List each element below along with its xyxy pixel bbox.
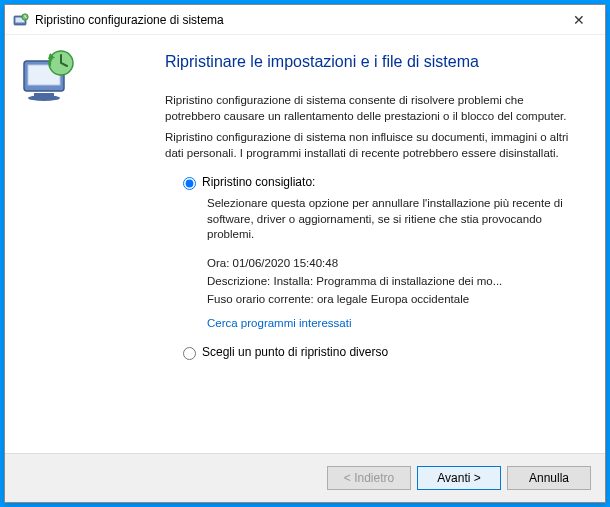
back-button: < Indietro — [327, 466, 411, 490]
recommended-restore-details: Selezionare questa opzione per annullare… — [207, 196, 577, 329]
restore-graphic-icon — [19, 49, 79, 104]
recommended-restore-label: Ripristino consigliato: — [202, 175, 315, 189]
page-heading: Ripristinare le impostazioni e i file di… — [165, 53, 577, 71]
recommended-restore-option[interactable]: Ripristino consigliato: — [183, 175, 577, 190]
dialog-body: Ripristinare le impostazioni e i file di… — [5, 35, 605, 453]
restore-options: Ripristino consigliato: Selezionare ques… — [165, 175, 577, 360]
titlebar: Ripristino configurazione di sistema ✕ — [5, 5, 605, 35]
next-button[interactable]: Avanti > — [417, 466, 501, 490]
affected-programs-link[interactable]: Cerca programmi interessati — [207, 317, 351, 329]
dialog-footer: < Indietro Avanti > Annulla — [5, 453, 605, 502]
choose-restore-point-option[interactable]: Scegli un punto di ripristino diverso — [183, 345, 577, 360]
main-content: Ripristinare le impostazioni e i file di… — [155, 35, 605, 453]
app-icon — [13, 12, 29, 28]
restore-description: Descrizione: Installa: Programma di inst… — [207, 275, 577, 287]
side-graphic-area — [5, 35, 155, 453]
restore-timezone: Fuso orario corrente: ora legale Europa … — [207, 293, 577, 305]
choose-restore-point-label: Scegli un punto di ripristino diverso — [202, 345, 388, 359]
recommended-restore-subtext: Selezionare questa opzione per annullare… — [207, 196, 577, 243]
recommended-restore-radio[interactable] — [183, 177, 196, 190]
close-button[interactable]: ✕ — [559, 6, 599, 34]
cancel-button[interactable]: Annulla — [507, 466, 591, 490]
close-icon: ✕ — [573, 12, 585, 28]
system-restore-dialog: Ripristino configurazione di sistema ✕ R… — [4, 4, 606, 503]
description-2: Ripristino configurazione di sistema non… — [165, 130, 577, 161]
svg-point-6 — [28, 95, 60, 101]
restore-time: Ora: 01/06/2020 15:40:48 — [207, 257, 577, 269]
window-title: Ripristino configurazione di sistema — [35, 13, 559, 27]
choose-restore-point-radio[interactable] — [183, 347, 196, 360]
description-1: Ripristino configurazione di sistema con… — [165, 93, 577, 124]
